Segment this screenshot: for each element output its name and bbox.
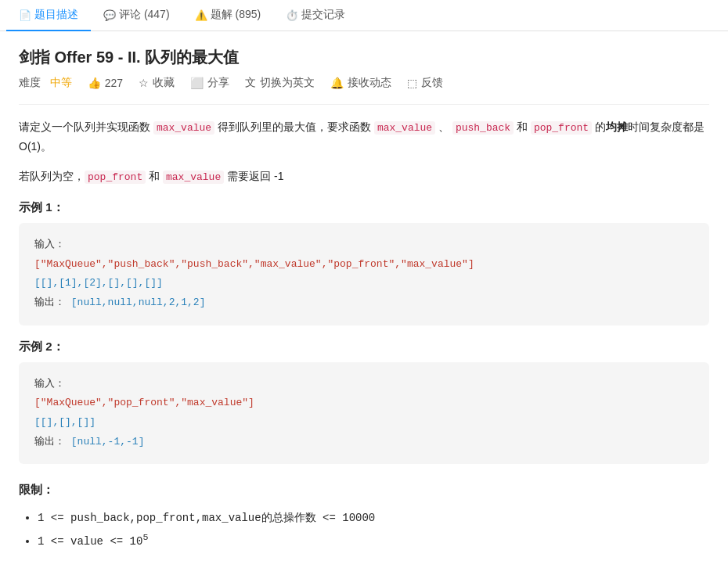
like-button[interactable]: 👍 227	[88, 77, 123, 89]
divider-1	[19, 104, 709, 105]
desc-code3: push_back	[452, 121, 514, 135]
example2-input-label: 输入：	[34, 375, 694, 394]
desc-code6: max_value	[163, 171, 224, 184]
desc-code5: pop_front	[85, 171, 146, 184]
desc-suffix: 的	[592, 120, 606, 133]
example2-input-line2: [[],[],[]]	[34, 413, 694, 433]
desc-line2-suffix: 需要返回 -1	[227, 170, 283, 182]
desc-mid2: 、	[435, 120, 449, 133]
difficulty-label: 难度 中等	[19, 76, 72, 90]
feedback-label: 反馈	[421, 76, 443, 90]
share-label: 分享	[207, 76, 229, 90]
description-line2: 若队列为空，pop_front 和 max_value 需要返回 -1	[19, 167, 709, 186]
problem-title: 剑指 Offer 59 - II. 队列的最大值	[19, 47, 709, 68]
collect-button[interactable]: ☆ 收藏	[139, 76, 175, 90]
desc-mid1: 得到队列里的最大值，要求函数	[214, 120, 374, 133]
tab-submissions[interactable]: ⏱️ 提交记录	[273, 0, 358, 31]
tab-solutions-label: 题解 (895)	[211, 8, 261, 22]
desc-line2-mid: 和	[146, 170, 163, 182]
desc-prefix: 请定义一个队列并实现函数	[19, 120, 153, 133]
example1-block: 输入： ["MaxQueue","push_back","push_back",…	[19, 223, 709, 325]
desc-mid3: 和	[514, 120, 531, 133]
example2-input-line1: ["MaxQueue","pop_front","max_value"]	[34, 394, 694, 413]
bell-icon: 🔔	[330, 77, 344, 89]
action-bar: 难度 中等 👍 227 ☆ 收藏 ⬜ 分享 文 切换为英文 🔔 接收动态 ⬚ 反…	[19, 76, 709, 90]
constraints-title: 限制：	[19, 483, 709, 498]
feedback-button[interactable]: ⬚ 反馈	[407, 76, 443, 90]
tab-solutions[interactable]: ⚠️ 题解 (895)	[182, 0, 274, 31]
share-icon: ⬜	[190, 77, 204, 89]
feedback-icon: ⬚	[407, 77, 417, 89]
tab-bar: 📄 题目描述 💬 评论 (447) ⚠️ 题解 (895) ⏱️ 提交记录	[0, 0, 728, 31]
desc-code2: max_value	[374, 121, 435, 135]
tab-description-label: 题目描述	[34, 8, 78, 22]
switch-lang-label: 切换为英文	[260, 76, 315, 90]
tab-description[interactable]: 📄 题目描述	[6, 0, 91, 31]
description-line1: 请定义一个队列并实现函数 max_value 得到队列里的最大值，要求函数 ma…	[19, 117, 709, 157]
desc-code1: max_value	[153, 121, 214, 135]
like-count: 227	[105, 77, 123, 89]
tab-comments[interactable]: 💬 评论 (447)	[91, 0, 182, 31]
description-icon: 📄	[19, 9, 31, 21]
switch-lang-button[interactable]: 文 切换为英文	[245, 76, 315, 90]
example2-output: 输出： [null,-1,-1]	[34, 433, 694, 452]
share-button[interactable]: ⬜ 分享	[190, 76, 229, 90]
desc-line2-prefix: 若队列为空，	[19, 170, 85, 182]
constraints-list: 1 <= push_back,pop_front,max_value的总操作数 …	[19, 507, 709, 552]
comments-icon: 💬	[103, 9, 116, 21]
subscribe-label: 接收动态	[348, 76, 391, 90]
star-icon: ☆	[139, 77, 149, 89]
example2-title: 示例 2：	[19, 340, 709, 354]
difficulty-value: 中等	[50, 76, 72, 88]
tab-submissions-label: 提交记录	[301, 8, 345, 22]
collect-label: 收藏	[153, 76, 175, 90]
example1-input-line2: [[],[1],[2],[],[],[]]	[34, 274, 694, 293]
solutions-icon: ⚠️	[195, 9, 207, 21]
constraint-item-1: 1 <= push_back,pop_front,max_value的总操作数 …	[38, 507, 709, 529]
desc-bold1: 均摊	[606, 120, 628, 133]
example2-block: 输入： ["MaxQueue","pop_front","max_value"]…	[19, 362, 709, 465]
constraint-item-2: 1 <= value <= 105	[38, 529, 709, 552]
example1-input-label: 输入：	[34, 235, 694, 255]
translate-icon: 文	[245, 76, 256, 90]
tab-comments-label: 评论 (447)	[119, 8, 170, 22]
example1-output: 输出： [null,null,null,2,1,2]	[34, 293, 694, 313]
example1-input-line1: ["MaxQueue","push_back","push_back","max…	[34, 255, 694, 275]
submissions-icon: ⏱️	[286, 9, 298, 21]
main-content: 剑指 Offer 59 - II. 队列的最大值 难度 中等 👍 227 ☆ 收…	[0, 31, 728, 568]
example1-title: 示例 1：	[19, 200, 709, 215]
like-icon: 👍	[88, 77, 101, 89]
desc-code4: pop_front	[531, 121, 592, 135]
subscribe-button[interactable]: 🔔 接收动态	[330, 76, 391, 90]
